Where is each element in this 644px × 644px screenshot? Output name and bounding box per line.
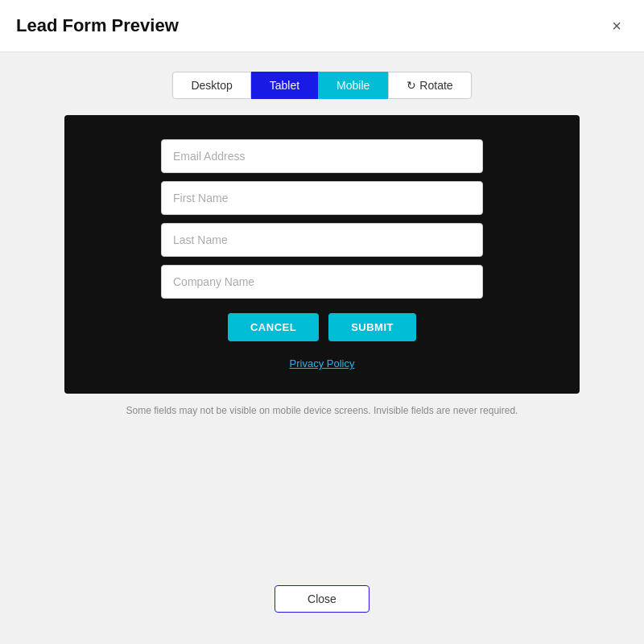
form-buttons: CANCEL SUBMIT bbox=[228, 313, 416, 341]
submit-button[interactable]: SUBMIT bbox=[328, 313, 416, 341]
privacy-policy-link[interactable]: Privacy Policy bbox=[290, 357, 355, 369]
modal-title: Lead Form Preview bbox=[16, 15, 179, 36]
first-name-field[interactable] bbox=[161, 181, 483, 215]
tab-mobile[interactable]: Mobile bbox=[318, 72, 388, 99]
tab-rotate-label: Rotate bbox=[419, 79, 452, 92]
tab-desktop[interactable]: Desktop bbox=[172, 72, 250, 99]
close-button-wrapper: Close bbox=[16, 585, 628, 613]
rotate-icon: ↻ bbox=[407, 79, 416, 92]
cancel-button[interactable]: CANCEL bbox=[228, 313, 319, 341]
company-name-field[interactable] bbox=[161, 265, 483, 299]
close-bottom-button[interactable]: Close bbox=[275, 585, 369, 613]
email-field[interactable] bbox=[161, 139, 483, 173]
close-x-button[interactable]: × bbox=[605, 14, 628, 37]
modal-body: Desktop Tablet Mobile ↻ Rotate CANCEL SU… bbox=[0, 52, 644, 632]
last-name-field[interactable] bbox=[161, 223, 483, 257]
helper-text: Some fields may not be visible on mobile… bbox=[64, 405, 580, 416]
tab-tablet[interactable]: Tablet bbox=[251, 72, 318, 99]
preview-area: CANCEL SUBMIT Privacy Policy bbox=[64, 115, 580, 394]
form-container: CANCEL SUBMIT Privacy Policy bbox=[161, 139, 483, 369]
view-tabs: Desktop Tablet Mobile ↻ Rotate bbox=[16, 72, 628, 99]
modal-header: Lead Form Preview × bbox=[0, 0, 644, 52]
tab-rotate[interactable]: ↻ Rotate bbox=[388, 72, 471, 99]
